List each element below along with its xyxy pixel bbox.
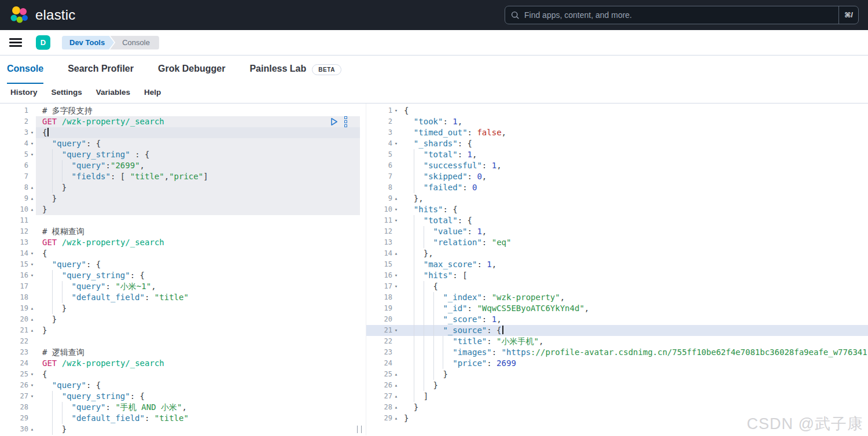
breadcrumb-item-dev-tools[interactable]: Dev Tools	[62, 36, 114, 50]
code-line[interactable]: 3▾{	[0, 127, 360, 138]
fold-toggle-icon[interactable]: ▴	[392, 248, 400, 259]
request-editor-pane[interactable]: 1# 多字段支持2GET /wzk-property/_search3▾{4▾ …	[0, 104, 360, 435]
space-avatar[interactable]: D	[36, 35, 50, 50]
fold-toggle-icon[interactable]: ▾	[28, 138, 36, 149]
code-line[interactable]: 21▴}	[0, 325, 360, 336]
fold-toggle-icon[interactable]: ▴	[392, 369, 400, 380]
code-line[interactable]: 20 "_score": 1,	[366, 314, 868, 325]
fold-toggle-icon[interactable]: ▴	[392, 380, 400, 391]
code-line[interactable]: 21▾ "_source": {	[366, 325, 868, 336]
code-line[interactable]: 11	[0, 215, 360, 226]
tab-grok-debugger[interactable]: Grok Debugger	[158, 64, 225, 84]
menu-item-history[interactable]: History	[10, 88, 38, 97]
code-line[interactable]: 19 "_id": "WqwCS5EByoATC6YkYn4d",	[366, 303, 868, 314]
code-line[interactable]: 22	[0, 336, 360, 347]
code-line[interactable]: 10▴}	[0, 204, 360, 215]
code-line[interactable]: 28 "query": "手机 AND 小米",	[0, 402, 360, 413]
fold-toggle-icon[interactable]: ▴	[28, 193, 36, 204]
global-search-input[interactable]: Find apps, content, and more. ⌘/	[505, 6, 859, 24]
code-line[interactable]: 7 "fields": [ "title","price"]	[0, 171, 360, 182]
code-line[interactable]: 8▴ }	[0, 182, 360, 193]
fold-toggle-icon[interactable]: ▾	[28, 380, 36, 391]
tab-console[interactable]: Console	[7, 64, 43, 84]
code-line[interactable]: 18 "default_field": "title"	[0, 292, 360, 303]
code-line[interactable]: 16▾ "query_string": {	[0, 270, 360, 281]
response-output-pane[interactable]: 1▾{2 "took": 1,3 "timed_out": false,4▾ "…	[366, 104, 868, 435]
code-line[interactable]: 12# 模糊查询	[0, 226, 360, 237]
fold-toggle-icon[interactable]: ▾	[392, 281, 400, 292]
code-line[interactable]: 22 "title": "小米手机",	[366, 336, 868, 347]
breadcrumb-item-console[interactable]: Console	[110, 36, 159, 50]
code-line[interactable]: 1# 多字段支持	[0, 105, 360, 116]
fold-toggle-icon[interactable]: ▾	[392, 138, 400, 149]
fold-toggle-icon[interactable]: ▾	[392, 215, 400, 226]
code-line[interactable]: 5 "total": 1,	[366, 149, 868, 160]
fold-toggle-icon[interactable]: ▴	[28, 303, 36, 314]
fold-toggle-icon[interactable]: ▴	[28, 314, 36, 325]
fold-toggle-icon[interactable]: ▾	[28, 149, 36, 160]
fold-toggle-icon[interactable]: ▴	[392, 193, 400, 204]
code-line[interactable]: 8 "failed": 0	[366, 182, 868, 193]
code-line[interactable]: 11▾ "total": {	[366, 215, 868, 226]
code-line[interactable]: 28▴ }	[366, 402, 868, 413]
code-line[interactable]: 23 "images": "https://profile-avatar.csd…	[366, 347, 868, 358]
fold-toggle-icon[interactable]: ▴	[28, 182, 36, 193]
pane-splitter-handle[interactable]	[357, 426, 362, 433]
request-options-icon[interactable]	[344, 116, 348, 128]
fold-toggle-icon[interactable]: ▾	[392, 325, 400, 336]
code-line[interactable]: 4▾ "query": {	[0, 138, 360, 149]
code-line[interactable]: 29 "default_field": "title"	[0, 413, 360, 424]
code-line[interactable]: 29▴}	[366, 413, 868, 424]
code-line[interactable]: 30▴ }	[0, 424, 360, 435]
fold-toggle-icon[interactable]: ▾	[392, 270, 400, 281]
code-line[interactable]: 15 "max_score": 1,	[366, 259, 868, 270]
elastic-brand[interactable]: elastic	[9, 5, 75, 25]
menu-item-variables[interactable]: Variables	[96, 88, 130, 97]
fold-toggle-icon[interactable]: ▾	[28, 369, 36, 380]
code-line[interactable]: 3 "timed_out": false,	[366, 127, 868, 138]
code-line[interactable]: 20▴ }	[0, 314, 360, 325]
fold-toggle-icon[interactable]: ▴	[392, 413, 400, 424]
code-line[interactable]: 26▴ }	[366, 380, 868, 391]
code-line[interactable]: 25▾{	[0, 369, 360, 380]
fold-toggle-icon[interactable]: ▾	[28, 259, 36, 270]
menu-item-settings[interactable]: Settings	[52, 88, 82, 97]
fold-toggle-icon[interactable]: ▴	[28, 424, 36, 435]
menu-toggle-button[interactable]	[9, 38, 22, 47]
code-line[interactable]: 7 "skipped": 0,	[366, 171, 868, 182]
code-line[interactable]: 9▴ },	[366, 193, 868, 204]
code-line[interactable]: 14▴ },	[366, 248, 868, 259]
code-line[interactable]: 19▴ }	[0, 303, 360, 314]
code-line[interactable]: 24 "price": 2699	[366, 358, 868, 369]
code-line[interactable]: 6 "successful": 1,	[366, 160, 868, 171]
code-line[interactable]: 31 }	[0, 435, 360, 435]
code-line[interactable]: 15▾ "query": {	[0, 259, 360, 270]
code-line[interactable]: 1▾{	[366, 105, 868, 116]
fold-toggle-icon[interactable]: ▾	[28, 270, 36, 281]
send-request-button[interactable]	[330, 117, 338, 126]
fold-toggle-icon[interactable]: ▾	[392, 204, 400, 215]
code-line[interactable]: 10▾ "hits": {	[366, 204, 868, 215]
fold-toggle-icon[interactable]: ▾	[28, 127, 36, 138]
fold-toggle-icon[interactable]: ▴	[28, 325, 36, 336]
code-line[interactable]: 13GET /wzk-property/_search	[0, 237, 360, 248]
code-line[interactable]: 14▾{	[0, 248, 360, 259]
code-line[interactable]: 2 "took": 1,	[366, 116, 868, 127]
code-line[interactable]: 16▾ "hits": [	[366, 270, 868, 281]
code-line[interactable]: 27▴ ]	[366, 391, 868, 402]
code-line[interactable]: 17▾ {	[366, 281, 868, 292]
code-line[interactable]: 17 "query": "小米~1",	[0, 281, 360, 292]
code-line[interactable]: 23# 逻辑查询	[0, 347, 360, 358]
tab-painless-lab[interactable]: Painless LabBETA	[249, 64, 341, 84]
fold-toggle-icon[interactable]: ▾	[28, 391, 36, 402]
fold-toggle-icon[interactable]: ▾	[392, 105, 400, 116]
code-line[interactable]: 5▾ "query_string" : {	[0, 149, 360, 160]
code-line[interactable]: 18 "_index": "wzk-property",	[366, 292, 868, 303]
menu-item-help[interactable]: Help	[144, 88, 161, 97]
code-line[interactable]: 9▴ }	[0, 193, 360, 204]
fold-toggle-icon[interactable]: ▴	[28, 204, 36, 215]
code-line[interactable]: 2GET /wzk-property/_search	[0, 116, 360, 127]
fold-toggle-icon[interactable]: ▴	[392, 402, 400, 413]
code-line[interactable]: 4▾ "_shards": {	[366, 138, 868, 149]
code-line[interactable]: 13 "relation": "eq"	[366, 237, 868, 248]
